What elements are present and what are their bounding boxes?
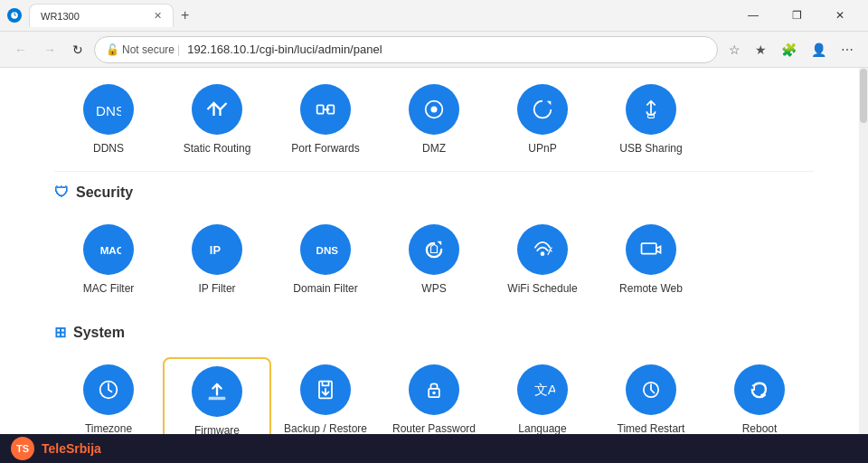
back-button[interactable]: ← <box>9 39 33 61</box>
minimize-button[interactable]: — <box>732 1 774 30</box>
nav-item-ddns[interactable]: DNS DDNS <box>54 77 163 162</box>
nav-item-mac-filter[interactable]: MAC MAC Filter <box>54 217 163 302</box>
reboot-label: Reboot <box>742 422 778 434</box>
language-icon: 文A <box>517 364 568 415</box>
not-secure-label: Not secure <box>122 43 175 56</box>
domain-filter-label: Domain Filter <box>293 282 357 295</box>
wifi-schedule-label: WiFi Schedule <box>507 282 577 295</box>
nav-item-remote-web[interactable]: Remote Web <box>597 217 705 302</box>
language-label: Language <box>518 422 566 434</box>
system-section-title: System <box>73 325 125 341</box>
svg-text:MAC: MAC <box>100 244 121 256</box>
router-password-label: Router Password <box>392 422 476 434</box>
brand-logo: TS <box>11 437 34 460</box>
url-display: 192.168.10.1/cgi-bin/luci/admin/panel <box>187 43 382 56</box>
svg-point-5 <box>431 107 438 113</box>
content-inner: DNS DDNS Static Routing Port Forwards <box>0 68 868 434</box>
router-password-icon <box>409 364 459 415</box>
port-forwards-icon <box>300 84 351 135</box>
timed-restart-icon <box>626 364 676 415</box>
ddns-label: DDNS <box>93 142 124 155</box>
toolbar-right: ☆ ★ 🧩 👤 ⋯ <box>723 39 859 61</box>
security-section-header: 🛡 Security <box>54 172 814 208</box>
page-content: DNS DDNS Static Routing Port Forwards <box>0 68 868 434</box>
tab-close-button[interactable]: ✕ <box>154 10 162 22</box>
system-grid-icon: ⊞ <box>54 324 66 341</box>
window-controls: — ❐ ✕ <box>732 1 861 30</box>
browser-titlebar: WR1300 ✕ + — ❐ ✕ <box>0 0 868 32</box>
system-icons-grid: Timezone Firmware ▲ Backup / Restore <box>54 348 814 434</box>
browser-favicon <box>7 8 22 23</box>
scrollbar-track[interactable] <box>859 68 868 434</box>
nav-item-timezone[interactable]: Timezone <box>54 357 163 434</box>
browser-toolbar: ← → ↻ 🔓 Not secure | 192.168.10.1/cgi-bi… <box>0 32 868 68</box>
nav-item-static-routing[interactable]: Static Routing <box>163 77 271 162</box>
timezone-icon <box>83 364 134 415</box>
dmz-icon <box>409 84 459 135</box>
static-routing-label: Static Routing <box>184 142 251 155</box>
upnp-icon <box>517 84 568 135</box>
svg-point-16 <box>432 392 436 395</box>
collections-button[interactable]: ★ <box>750 39 772 61</box>
nav-item-backup-restore[interactable]: Backup / Restore <box>271 357 380 434</box>
nav-item-dmz[interactable]: DMZ <box>380 77 488 162</box>
nav-item-timed-restart[interactable]: Timed Restart <box>597 357 705 434</box>
profile-button[interactable]: 👤 <box>806 39 832 61</box>
security-icons-grid: MAC MAC Filter IP IP Filter DNS Domain F… <box>54 208 814 311</box>
scrollbar-thumb[interactable] <box>860 69 867 123</box>
svg-text:文A: 文A <box>534 382 555 397</box>
brand-name: TeleSrbija <box>42 441 101 456</box>
mac-filter-icon: MAC <box>83 224 134 275</box>
wps-label: WPS <box>421 282 446 295</box>
dmz-label: DMZ <box>422 142 446 155</box>
remote-web-icon <box>626 224 676 275</box>
nav-item-router-password[interactable]: Router Password <box>380 357 488 434</box>
new-tab-button[interactable]: + <box>181 7 189 24</box>
nav-item-usb-sharing[interactable]: USB Sharing <box>597 77 705 162</box>
mac-filter-label: MAC Filter <box>83 282 135 295</box>
svg-point-10 <box>541 251 545 256</box>
reload-button[interactable]: ↻ <box>67 39 89 61</box>
nav-item-firmware[interactable]: Firmware ▲ <box>163 357 271 434</box>
ip-filter-label: IP Filter <box>198 282 235 295</box>
static-routing-icon <box>192 84 242 135</box>
brand-name-suffix: Srbija <box>66 441 101 456</box>
firmware-icon <box>192 366 242 417</box>
wifi-schedule-icon <box>517 224 568 275</box>
close-button[interactable]: ✕ <box>819 1 861 30</box>
backup-restore-icon <box>300 364 351 415</box>
extensions-button[interactable]: 🧩 <box>776 39 802 61</box>
tab-title: WR1300 <box>41 11 80 22</box>
nav-item-domain-filter[interactable]: DNS Domain Filter <box>271 217 380 302</box>
nav-item-wps[interactable]: WPS <box>380 217 488 302</box>
nav-item-wifi-schedule[interactable]: WiFi Schedule <box>488 217 597 302</box>
nav-item-language[interactable]: 文A Language <box>488 357 597 434</box>
maximize-button[interactable]: ❐ <box>776 1 817 30</box>
svg-text:IP: IP <box>210 243 222 257</box>
remote-web-label: Remote Web <box>619 282 683 295</box>
wps-icon <box>409 224 459 275</box>
system-section-header: ⊞ System <box>54 311 814 348</box>
security-section-title: Security <box>76 184 133 201</box>
settings-button[interactable]: ⋯ <box>835 39 859 61</box>
forward-button[interactable]: → <box>38 39 61 61</box>
address-bar[interactable]: 🔓 Not secure | 192.168.10.1/cgi-bin/luci… <box>94 36 718 63</box>
top-icon-row: DNS DDNS Static Routing Port Forwards <box>54 68 814 172</box>
svg-text:DNS: DNS <box>96 103 121 118</box>
nav-item-upnp[interactable]: UPnP <box>488 77 597 162</box>
timed-restart-label: Timed Restart <box>618 422 685 434</box>
security-shield-icon: 🛡 <box>54 184 69 201</box>
svg-rect-11 <box>642 243 656 254</box>
svg-rect-13 <box>209 397 226 401</box>
timezone-label: Timezone <box>85 422 132 434</box>
svg-text:DNS: DNS <box>316 244 339 256</box>
reboot-icon <box>734 364 785 415</box>
not-secure-indicator: 🔓 Not secure | <box>106 43 180 56</box>
favorites-button[interactable]: ☆ <box>723 39 746 61</box>
brand-name-prefix: Tele <box>42 441 66 456</box>
browser-tab[interactable]: WR1300 ✕ <box>29 4 174 27</box>
nav-item-ip-filter[interactable]: IP IP Filter <box>163 217 271 302</box>
nav-item-port-forwards[interactable]: Port Forwards <box>271 77 380 162</box>
nav-item-reboot[interactable]: Reboot <box>705 357 814 434</box>
svg-rect-2 <box>317 105 324 113</box>
